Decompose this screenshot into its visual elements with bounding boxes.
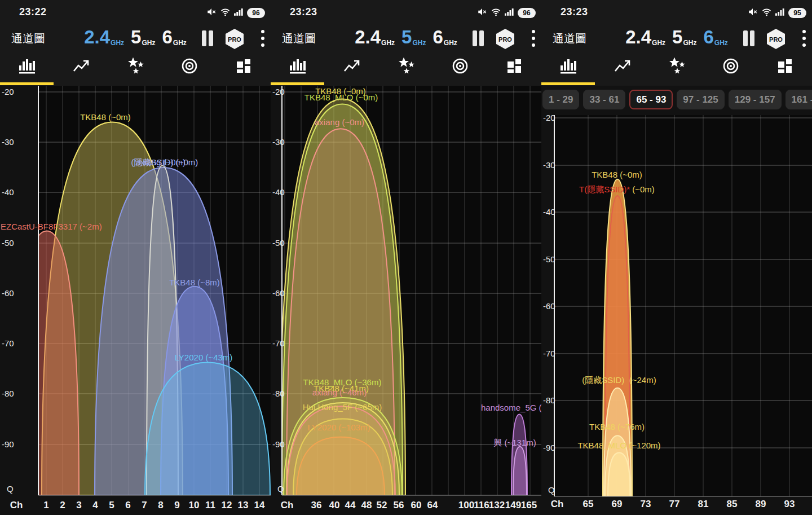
tab-time-graph[interactable] (325, 52, 379, 82)
volume-mute-icon (206, 7, 217, 19)
pause-button[interactable] (201, 30, 214, 49)
status-bar: 23:23 95 (541, 0, 812, 25)
tab-bar (271, 52, 541, 86)
status-icons: 95 (748, 7, 806, 19)
tab-signal-rating[interactable] (108, 52, 162, 82)
volume-mute-icon (748, 7, 758, 19)
status-icons: 96 (206, 7, 265, 19)
tab-channel-graph[interactable] (271, 52, 325, 82)
tab-channel-availability[interactable] (487, 52, 541, 82)
channel-range-chip[interactable]: 129 - 157 (729, 90, 782, 109)
battery-icon: 96 (247, 8, 265, 18)
widgets-grid-icon (777, 58, 793, 76)
access-point-icon (452, 58, 469, 77)
band-5ghz-button[interactable]: 5 GHz (131, 27, 155, 47)
stars-icon (668, 58, 686, 77)
status-time: 23:23 (290, 6, 317, 18)
status-time: 23:23 (561, 6, 588, 18)
channel-range-chip[interactable]: 161 - 189 (785, 90, 812, 109)
channel-graph-icon (19, 58, 36, 76)
page-title: 通道圖 (553, 31, 586, 46)
panel-band-5: 23:23 96 通道圖 2.4 GHz (271, 0, 541, 515)
stars-icon (397, 58, 415, 77)
wifi-icon (220, 7, 231, 19)
signal-strength-icon (234, 7, 244, 19)
page-title: 通道圖 (282, 31, 316, 46)
pause-button[interactable] (742, 30, 756, 49)
app-header: 通道圖 2.4 GHz 5 GHz 6 GHz (0, 25, 271, 52)
band-2_4ghz-button[interactable]: 2.4 GHz (625, 27, 665, 47)
status-time: 23:22 (19, 6, 47, 18)
band-5ghz-button[interactable]: 5 GHz (401, 27, 426, 47)
wifi-icon (761, 7, 772, 19)
pro-badge[interactable]: PRO (223, 28, 246, 52)
panel-band-2.4: 23:22 96 通道圖 2.4 GHz (0, 0, 271, 515)
battery-icon: 96 (518, 8, 536, 18)
widgets-grid-icon (236, 58, 251, 76)
app-header: 通道圖 2.4 GHz 5 GHz 6 GHz (271, 25, 541, 52)
pro-badge[interactable]: PRO (765, 28, 787, 52)
active-tab-indicator (541, 82, 595, 85)
status-icons: 96 (477, 7, 536, 19)
band-selector: 2.4 GHz 5 GHz 6 GHz (355, 27, 457, 47)
svg-text:PRO: PRO (228, 36, 241, 43)
channel-graph-icon (560, 58, 577, 76)
overflow-menu-button[interactable] (259, 29, 266, 50)
tab-bar (541, 52, 812, 86)
tab-channel-graph[interactable] (0, 52, 54, 82)
channel-range-chip-selected[interactable]: 65 - 93 (629, 90, 673, 109)
battery-icon: 95 (788, 8, 806, 18)
wifi-icon (491, 7, 501, 19)
widgets-grid-icon (506, 58, 522, 76)
tab-time-graph[interactable] (54, 52, 108, 82)
overflow-menu-button[interactable] (530, 29, 537, 50)
access-point-icon (181, 58, 198, 77)
channel-range-chip[interactable]: 33 - 61 (583, 90, 625, 109)
time-graph-icon (343, 59, 360, 76)
channel-range-chip-row: 1 - 2933 - 6165 - 9397 - 125129 - 157161… (542, 90, 812, 109)
pro-badge[interactable]: PRO (494, 28, 517, 52)
active-tab-indicator (0, 82, 54, 85)
tab-time-graph[interactable] (595, 52, 650, 82)
svg-text:PRO: PRO (769, 36, 783, 43)
signal-strength-icon (505, 7, 514, 19)
band-selector: 2.4 GHz 5 GHz 6 GHz (84, 27, 187, 47)
channel-range-chip[interactable]: 97 - 125 (677, 90, 724, 109)
band-2_4ghz-button[interactable]: 2.4 GHz (84, 27, 124, 47)
time-graph-icon (73, 59, 90, 76)
channel-range-chip[interactable]: 1 - 29 (542, 90, 579, 109)
tab-access-points[interactable] (162, 52, 217, 82)
wifi-analyzer-screenshot: 23:22 96 通道圖 2.4 GHz (0, 0, 812, 515)
tab-signal-rating[interactable] (650, 52, 704, 82)
access-point-icon (722, 58, 739, 77)
tab-channel-graph[interactable] (541, 52, 595, 82)
band-6ghz-button[interactable]: 6 GHz (162, 27, 186, 47)
tab-channel-availability[interactable] (217, 52, 271, 82)
panel-band-6: 23:23 95 通道圖 2.4 GHz (541, 0, 812, 515)
band-2_4ghz-button[interactable]: 2.4 GHz (355, 27, 395, 47)
signal-strength-icon (775, 7, 785, 19)
overflow-menu-button[interactable] (801, 29, 807, 50)
band-5ghz-button[interactable]: 5 GHz (672, 27, 696, 47)
pause-button[interactable] (471, 30, 485, 49)
tab-channel-availability[interactable] (758, 52, 812, 82)
page-title: 通道圖 (11, 31, 45, 46)
band-selector: 2.4 GHz 5 GHz 6 GHz (625, 27, 728, 47)
svg-text:PRO: PRO (498, 36, 512, 43)
tab-access-points[interactable] (433, 52, 487, 82)
channel-graph-icon (289, 58, 306, 76)
band-6ghz-button[interactable]: 6 GHz (703, 27, 727, 47)
tab-bar (0, 52, 271, 86)
time-graph-icon (614, 59, 631, 76)
status-bar: 23:22 96 (0, 0, 271, 25)
volume-mute-icon (477, 7, 487, 19)
stars-icon (126, 58, 144, 77)
tab-access-points[interactable] (704, 52, 758, 82)
band-6ghz-button[interactable]: 6 GHz (433, 27, 457, 47)
active-tab-indicator (271, 82, 324, 85)
tab-signal-rating[interactable] (379, 52, 433, 82)
app-header: 通道圖 2.4 GHz 5 GHz 6 GHz (541, 25, 812, 52)
status-bar: 23:23 96 (271, 0, 541, 25)
